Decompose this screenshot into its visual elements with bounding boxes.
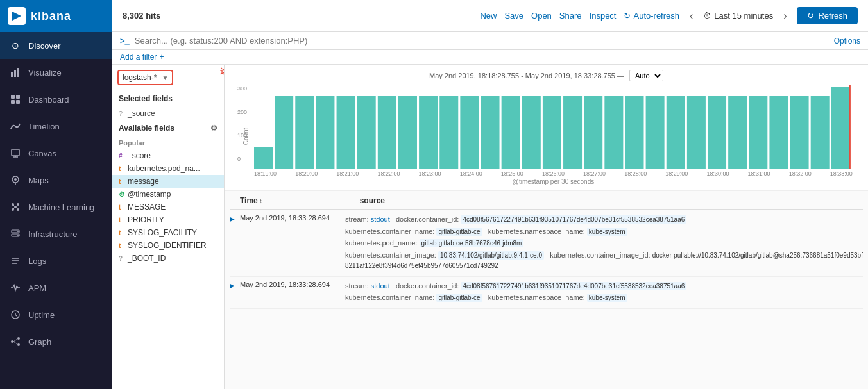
svg-rect-34	[275, 96, 293, 169]
field-item-syslog-identifier[interactable]: t SYSLOG_IDENTIFIER	[112, 239, 224, 252]
container-id-value: 4cd08f567617227491b631f9351071767de4d007…	[461, 282, 686, 290]
dropdown-arrow-icon: ▼	[162, 74, 168, 81]
field-type-icon: t	[119, 165, 125, 172]
auto-refresh-button[interactable]: ↻ Auto-refresh	[624, 11, 679, 21]
sidebar-item-apm[interactable]: APM	[0, 274, 112, 301]
svg-rect-37	[337, 96, 355, 169]
selected-fields-title: Selected fields	[112, 90, 224, 107]
sidebar-item-graph[interactable]: Graph	[0, 328, 112, 355]
refresh-button[interactable]: ↻ Refresh	[797, 7, 858, 24]
search-bar: >_ Options	[112, 32, 868, 50]
filter-bar: Add a filter +	[112, 50, 868, 65]
sidebar-item-logs[interactable]: Logs	[0, 247, 112, 274]
share-button[interactable]: Share	[559, 11, 582, 21]
gear-icon[interactable]: ⚙	[210, 124, 217, 133]
chevron-left-button[interactable]: ‹	[687, 9, 695, 23]
row-expand-button[interactable]: ▶	[230, 281, 240, 304]
index-dropdown[interactable]: logstash-* ▼	[117, 70, 173, 85]
col-source: _source	[355, 196, 863, 205]
svg-rect-5	[16, 95, 20, 99]
svg-line-31	[13, 339, 17, 342]
add-filter-button[interactable]: Add a filter +	[120, 53, 164, 62]
field-item-message-cap[interactable]: t MESSAGE	[112, 201, 224, 213]
svg-line-16	[13, 204, 15, 207]
svg-point-30	[17, 343, 20, 346]
svg-point-22	[17, 231, 19, 232]
field-name: _score	[128, 151, 151, 160]
field-name: SYSLOG_IDENTIFIER	[128, 241, 207, 250]
sidebar-item-dashboard[interactable]: Dashboard	[0, 86, 112, 113]
graph-icon	[9, 335, 22, 348]
field-item-timestamp[interactable]: ⏱ @timestamp	[112, 188, 224, 201]
visualize-icon	[9, 66, 22, 79]
chevron-right-button[interactable]: ›	[781, 9, 789, 23]
sidebar-item-discover[interactable]: ⊙ Discover	[0, 32, 112, 59]
table-row: ▶ May 2nd 2019, 18:33:28.694 stream: std…	[230, 210, 863, 277]
field-item-syslog-facility[interactable]: t SYSLOG_FACILITY	[112, 226, 224, 239]
inspect-button[interactable]: Inspect	[590, 11, 617, 21]
field-item-boot-id[interactable]: ? _BOOT_ID	[112, 252, 224, 265]
svg-rect-59	[790, 96, 809, 169]
sidebar-item-label: Logs	[28, 256, 46, 266]
svg-rect-3	[17, 68, 19, 77]
sidebar-item-timelion[interactable]: Timelion	[0, 113, 112, 140]
svg-rect-47	[543, 96, 561, 169]
source-line: kubernetes.container_name: gitlab-gitlab…	[345, 226, 863, 237]
svg-rect-7	[16, 100, 20, 104]
sidebar-item-uptime[interactable]: Uptime	[0, 301, 112, 328]
options-button[interactable]: Options	[834, 37, 860, 46]
timelion-icon	[9, 120, 22, 133]
sidebar-item-machine-learning[interactable]: Machine Learning	[0, 194, 112, 220]
chart-auto-select: Auto	[629, 70, 663, 81]
svg-rect-2	[14, 70, 16, 77]
sidebar-item-label: Uptime	[28, 310, 55, 320]
field-item-score[interactable]: # _score	[112, 149, 224, 162]
save-button[interactable]: Save	[504, 11, 523, 21]
svg-marker-0	[12, 12, 21, 21]
infrastructure-icon	[9, 228, 22, 240]
index-pattern-label: logstash-*	[123, 73, 157, 82]
sidebar-item-canvas[interactable]: Canvas	[0, 140, 112, 167]
histogram-svg	[254, 85, 853, 169]
field-item-message[interactable]: t message	[112, 175, 224, 188]
svg-rect-44	[481, 96, 500, 169]
sidebar-item-label: Discover	[28, 41, 61, 51]
source-line: stream: stdout docker.container_id: 4cd0…	[345, 214, 863, 225]
right-panel: May 2nd 2019, 18:18:28.755 - May 2nd 201…	[225, 65, 868, 389]
sidebar-item-label: Graph	[28, 337, 51, 347]
sidebar-navigation: ⊙ Discover Visualize Dashboard Timelion	[0, 32, 112, 389]
time-range-button[interactable]: ⏱ Last 15 minutes	[703, 11, 773, 21]
svg-rect-35	[295, 96, 314, 169]
field-name: _BOOT_ID	[128, 254, 166, 263]
source-line: kubernetes.container_image: 10.83.74.102…	[345, 250, 863, 271]
row-expand-button[interactable]: ▶	[230, 214, 240, 272]
field-type-icon: t	[119, 242, 125, 249]
field-type-icon: t	[119, 229, 125, 236]
open-button[interactable]: Open	[531, 11, 552, 21]
content-area: logstash-* ▼ 这个索引就是系统默认创建的，所有的系统日志和业务日志都…	[112, 65, 868, 389]
sidebar-item-visualize[interactable]: Visualize	[0, 59, 112, 86]
field-item-priority[interactable]: t PRIORITY	[112, 213, 224, 226]
uptime-icon	[9, 308, 22, 321]
sidebar-item-label: Infrastructure	[28, 229, 78, 239]
sidebar-item-label: Dashboard	[28, 95, 69, 104]
container-id-value: 4cd08f567617227491b631f9351071767de4d007…	[461, 215, 686, 224]
svg-line-19	[15, 207, 18, 210]
field-item-pod-name[interactable]: t kubernetes.pod_na...	[112, 162, 224, 175]
field-name: @timestamp	[128, 190, 171, 199]
svg-rect-39	[378, 96, 396, 169]
source-line: kubernetes.container_name: gitlab-gitlab…	[345, 292, 863, 303]
new-button[interactable]: New	[480, 11, 497, 21]
svg-rect-33	[254, 147, 273, 169]
kibana-logo-icon	[8, 7, 26, 25]
search-input[interactable]	[135, 36, 829, 46]
sidebar-item-infrastructure[interactable]: Infrastructure	[0, 220, 112, 247]
timestamp-subtitle: @timestamp per 30 seconds	[254, 178, 853, 185]
sidebar-item-maps[interactable]: Maps	[0, 167, 112, 194]
svg-rect-48	[563, 96, 582, 169]
refresh-spin-icon: ↻	[807, 11, 814, 21]
auto-select-dropdown[interactable]: Auto	[629, 70, 663, 81]
svg-rect-61	[831, 87, 850, 169]
sidebar-item-label: Visualize	[28, 68, 62, 78]
svg-rect-60	[811, 96, 830, 169]
